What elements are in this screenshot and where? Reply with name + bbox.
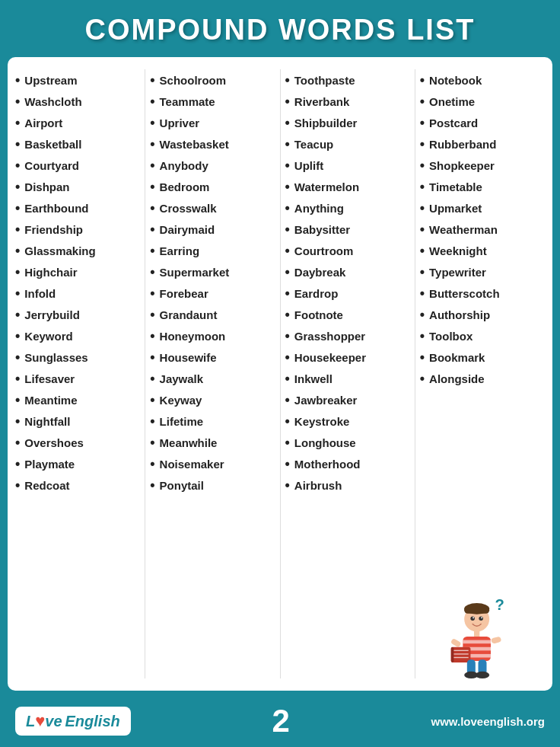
list-item: Washcloth [15, 91, 140, 112]
list-item: Nightfall [15, 410, 140, 432]
list-item: Earring [150, 240, 275, 261]
list-item: Toolbox [420, 325, 545, 346]
list-item: Wastebasket [150, 133, 275, 155]
list-item: Basketball [15, 133, 140, 155]
list-item: Longhouse [285, 432, 410, 453]
svg-point-23 [476, 672, 489, 678]
svg-point-4 [470, 616, 475, 621]
list-item: Shopkeeper [420, 155, 545, 176]
list-item: Playmate [15, 453, 140, 474]
list-item: Weeknight [420, 240, 545, 261]
column-3: ToothpasteRiverbankShipbuilderTeacupUpli… [285, 69, 410, 678]
list-item: Lifesaver [15, 368, 140, 389]
svg-point-5 [479, 616, 483, 621]
logo-heart-icon: ♥ [35, 711, 45, 730]
list-item: Jawbreaker [285, 389, 410, 410]
list-item: Glassmaking [15, 240, 140, 261]
column-2: SchoolroomTeammateUpriverWastebasketAnyb… [150, 69, 275, 678]
svg-text:?: ? [495, 596, 504, 613]
website-url: www.loveenglish.org [431, 715, 545, 728]
svg-rect-14 [451, 647, 471, 662]
list-item: Housekeeper [285, 346, 410, 368]
list-item: Babysitter [285, 219, 410, 240]
list-item: Postcard [420, 112, 545, 133]
list-item: Airbrush [285, 474, 410, 496]
logo-box: L♥ve English [15, 707, 131, 736]
list-item: Rubberband [420, 133, 545, 155]
list-item: Motherhood [285, 453, 410, 474]
list-item: Grasshopper [285, 325, 410, 346]
svg-point-7 [481, 617, 482, 618]
word-list-3: ToothpasteRiverbankShipbuilderTeacupUpli… [285, 69, 410, 496]
list-item: Housewife [150, 346, 275, 368]
list-item: Noisemaker [150, 453, 275, 474]
list-item: Uplift [285, 155, 410, 176]
list-item: Meanwhile [150, 432, 275, 453]
list-item: Earthbound [15, 197, 140, 219]
list-item: Lifetime [150, 410, 275, 432]
word-list-2: SchoolroomTeammateUpriverWastebasketAnyb… [150, 69, 275, 496]
list-item: Schoolroom [150, 69, 275, 91]
list-item: Airport [15, 112, 140, 133]
divider-3 [415, 69, 415, 678]
word-list-4: NotebookOnetimePostcardRubberbandShopkee… [420, 69, 545, 581]
list-item: Bedroom [150, 176, 275, 197]
list-item: Courtroom [285, 240, 410, 261]
character-illustration: ? [420, 587, 545, 678]
footer: L♥ve English 2 www.loveenglish.org [0, 695, 560, 747]
list-item: Dairymaid [150, 219, 275, 240]
list-item: Anything [285, 197, 410, 219]
list-item: Friendship [15, 219, 140, 240]
svg-rect-13 [450, 638, 462, 648]
main-content: UpstreamWashclothAirportBasketballCourty… [8, 57, 552, 691]
list-item: Watermelon [285, 176, 410, 197]
svg-point-6 [473, 617, 474, 618]
list-item: Weatherman [420, 219, 545, 240]
list-item: Riverbank [285, 91, 410, 112]
list-item: Bookmark [420, 346, 545, 368]
list-item: Sunglasses [15, 346, 140, 368]
list-item: Teammate [150, 91, 275, 112]
list-item: Forebear [150, 283, 275, 304]
list-item: Notebook [420, 69, 545, 91]
list-item: Toothpaste [285, 69, 410, 91]
column-4: NotebookOnetimePostcardRubberbandShopkee… [420, 69, 545, 678]
list-item: Supermarket [150, 261, 275, 283]
list-item: Jerrybuild [15, 304, 140, 325]
list-item: Inkwell [285, 368, 410, 389]
list-item: Honeymoon [150, 325, 275, 346]
list-item: Timetable [420, 176, 545, 197]
list-item: Ponytail [150, 474, 275, 496]
list-item: Redcoat [15, 474, 140, 496]
list-item: Grandaunt [150, 304, 275, 325]
list-item: Teacup [285, 133, 410, 155]
svg-rect-19 [491, 636, 501, 643]
list-item: Upmarket [420, 197, 545, 219]
list-item: Anybody [150, 155, 275, 176]
list-item: Keystroke [285, 410, 410, 432]
page-number: 2 [272, 703, 289, 739]
page-title: COMPOUND WORDS LIST [8, 14, 552, 46]
list-item: Butterscotch [420, 283, 545, 304]
list-item: Authorship [420, 304, 545, 325]
list-item: Infold [15, 283, 140, 304]
list-item: Courtyard [15, 155, 140, 176]
list-item: Upriver [150, 112, 275, 133]
list-item: Shipbuilder [285, 112, 410, 133]
list-item: Onetime [420, 91, 545, 112]
list-item: Daybreak [285, 261, 410, 283]
list-item: Highchair [15, 261, 140, 283]
list-item: Keyword [15, 325, 140, 346]
list-item: Alongside [420, 368, 545, 389]
logo-text-english: English [65, 713, 120, 730]
logo-text-love: L♥ve [26, 711, 62, 731]
list-item: Keyway [150, 389, 275, 410]
svg-rect-10 [463, 640, 491, 644]
list-item: Upstream [15, 69, 140, 91]
list-item: Typewriter [420, 261, 545, 283]
list-item: Jaywalk [150, 368, 275, 389]
list-item: Eardrop [285, 283, 410, 304]
svg-rect-15 [451, 647, 454, 662]
list-item: Crosswalk [150, 197, 275, 219]
svg-rect-8 [474, 631, 479, 637]
